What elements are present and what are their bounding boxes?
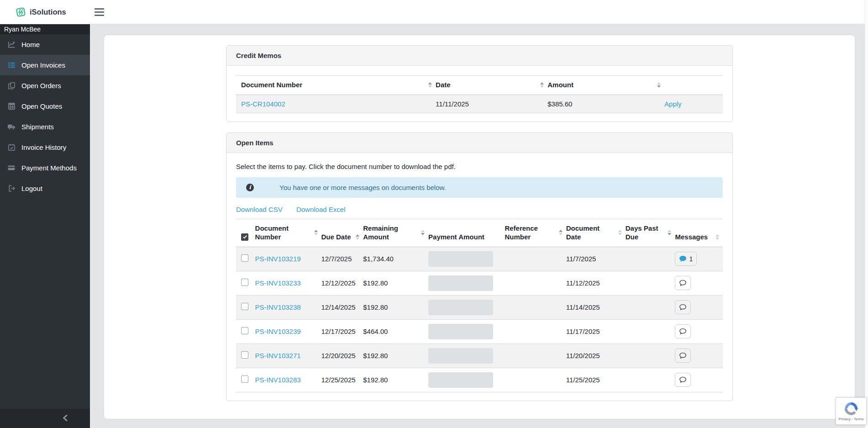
remaining-amount: $464.00 — [363, 328, 388, 335]
recaptcha-badge[interactable]: Privacy - Terms — [836, 397, 867, 425]
invoice-document-link[interactable]: PS-INV103271 — [255, 352, 301, 359]
sidebar-item-invoice-history[interactable]: Invoice History — [0, 137, 90, 158]
row-checkbox[interactable] — [241, 375, 248, 383]
row-checkbox[interactable] — [241, 351, 248, 359]
document-date: 11/17/2025 — [566, 328, 600, 335]
alert-text: You have one or more messages on documen… — [279, 184, 446, 191]
menu-toggle-button[interactable] — [93, 6, 106, 18]
sort-icon — [668, 230, 671, 235]
sidebar-item-label: Open Quotes — [21, 102, 62, 110]
sidebar-item-label: Home — [21, 41, 40, 48]
oi-column-days-past-due[interactable]: Days Past Due — [626, 219, 675, 247]
sidebar-item-shipments[interactable]: Shipments — [0, 116, 90, 137]
messages-button[interactable] — [675, 349, 691, 363]
payment-amount-input[interactable] — [428, 348, 493, 364]
sign-out-icon — [6, 185, 16, 192]
cm-column-document-number[interactable]: Document Number — [236, 76, 436, 95]
row-checkbox[interactable] — [241, 254, 248, 262]
sidebar-item-label: Invoice History — [21, 143, 66, 151]
chart-line-icon — [6, 41, 16, 48]
recaptcha-privacy-terms[interactable]: Privacy - Terms — [839, 417, 864, 421]
main-content: Credit Memos Document NumberDateAmount P… — [90, 24, 868, 428]
scrollbar[interactable] — [865, 0, 868, 428]
oi-column-select-all — [236, 219, 255, 247]
due-date: 12/20/2025 — [321, 352, 356, 359]
row-checkbox[interactable] — [241, 303, 248, 310]
invoice-document-link[interactable]: PS-INV103238 — [255, 303, 301, 311]
sidebar-item-open-quotes[interactable]: Open Quotes — [0, 96, 90, 116]
oi-column-due-date[interactable]: Due Date — [321, 219, 363, 247]
messages-button[interactable] — [675, 276, 691, 290]
sort-icon — [421, 230, 425, 235]
sidebar-item-label: Logout — [21, 185, 42, 192]
table-icon — [6, 102, 16, 110]
sidebar-item-open-invoices[interactable]: Open Invoices — [0, 55, 90, 75]
select-all-checkbox[interactable] — [241, 233, 248, 241]
payment-amount-input[interactable] — [428, 275, 493, 291]
messages-button[interactable]: 1 — [675, 252, 697, 266]
message-count: 1 — [689, 255, 693, 263]
messages-button[interactable] — [675, 373, 691, 387]
document-date: 11/25/2025 — [566, 376, 600, 384]
row-checkbox[interactable] — [241, 279, 248, 286]
document-date: 11/7/2025 — [566, 255, 596, 263]
sidebar-item-label: Shipments — [21, 123, 54, 131]
payment-amount-input[interactable] — [428, 372, 493, 388]
apply-link[interactable]: Apply — [664, 100, 682, 108]
row-checkbox[interactable] — [241, 327, 248, 334]
oi-column-document-number[interactable]: Document Number — [255, 219, 321, 247]
remaining-amount: $192.80 — [363, 303, 388, 311]
sidebar-item-label: Open Invoices — [21, 61, 65, 69]
payment-amount-input[interactable] — [428, 300, 493, 315]
credit-memo-document-link[interactable]: PS-CR104002 — [241, 100, 285, 108]
oi-column-reference-number[interactable]: Reference Number — [505, 219, 566, 247]
sort-icon — [715, 234, 719, 240]
sidebar-item-label: Payment Methods — [21, 164, 77, 172]
invoice-document-link[interactable]: PS-INV103239 — [255, 328, 301, 335]
sidebar-user-name: Ryan McBee — [0, 24, 90, 34]
cm-column-date[interactable]: Date — [436, 76, 547, 95]
open-item-row: PS-INV10328312/25/2025$192.8011/25/2025 — [236, 368, 723, 392]
payment-amount-input[interactable] — [428, 324, 493, 339]
sidebar-collapse-button[interactable] — [0, 409, 90, 428]
payment-amount-input[interactable] — [428, 251, 493, 267]
cm-column-action — [664, 76, 723, 95]
oi-column-remaining-amount[interactable]: Remaining Amount — [363, 219, 428, 247]
download-excel-link[interactable]: Download Excel — [296, 206, 346, 213]
oi-column-document-date[interactable]: Document Date — [566, 219, 626, 247]
open-item-row: PS-INV10327112/20/2025$192.8011/20/2025 — [236, 343, 723, 368]
oi-column-messages[interactable]: Messages — [675, 219, 723, 247]
remaining-amount: $192.80 — [363, 352, 388, 359]
messages-button[interactable] — [675, 324, 691, 338]
credit-memo-amount: $385.60 — [547, 100, 572, 108]
due-date: 12/12/2025 — [321, 279, 356, 287]
top-bar: iSolutions — [0, 0, 868, 24]
invoice-document-link[interactable]: PS-INV103219 — [255, 255, 301, 263]
download-links: Download CSV Download Excel — [236, 206, 723, 213]
truck-icon — [6, 123, 16, 131]
open-items-card: Open Items Select the items to pay. Clic… — [226, 132, 733, 401]
cm-column-amount[interactable]: Amount — [547, 76, 664, 95]
sidebar-item-payment-methods[interactable]: Payment Methods — [0, 158, 90, 178]
sort-icon — [618, 230, 622, 235]
brand-logo[interactable]: iSolutions — [0, 6, 66, 18]
sidebar-item-logout[interactable]: Logout — [0, 178, 90, 199]
info-circle-icon — [246, 184, 254, 191]
invoice-document-link[interactable]: PS-INV103283 — [255, 376, 301, 384]
messages-button[interactable] — [675, 300, 691, 314]
sidebar-item-open-orders[interactable]: Open Orders — [0, 75, 90, 96]
due-date: 12/7/2025 — [321, 255, 352, 263]
download-csv-link[interactable]: Download CSV — [236, 206, 283, 213]
recaptcha-logo-icon — [843, 401, 859, 417]
credit-memo-row: PS-CR10400211/11/2025$385.60Apply — [236, 95, 723, 113]
sidebar: Ryan McBee HomeOpen InvoicesOpen OrdersO… — [0, 24, 90, 428]
sidebar-item-home[interactable]: Home — [0, 34, 90, 55]
credit-memos-header-row: Document NumberDateAmount — [236, 76, 723, 95]
remaining-amount: $192.80 — [363, 376, 388, 384]
invoice-document-link[interactable]: PS-INV103233 — [255, 279, 301, 287]
remaining-amount: $192.80 — [363, 279, 388, 287]
list-icon — [6, 61, 16, 69]
credit-memos-title: Credit Memos — [226, 46, 732, 66]
open-items-instruction: Select the items to pay. Click the docum… — [236, 163, 723, 170]
sort-icon — [314, 230, 318, 235]
